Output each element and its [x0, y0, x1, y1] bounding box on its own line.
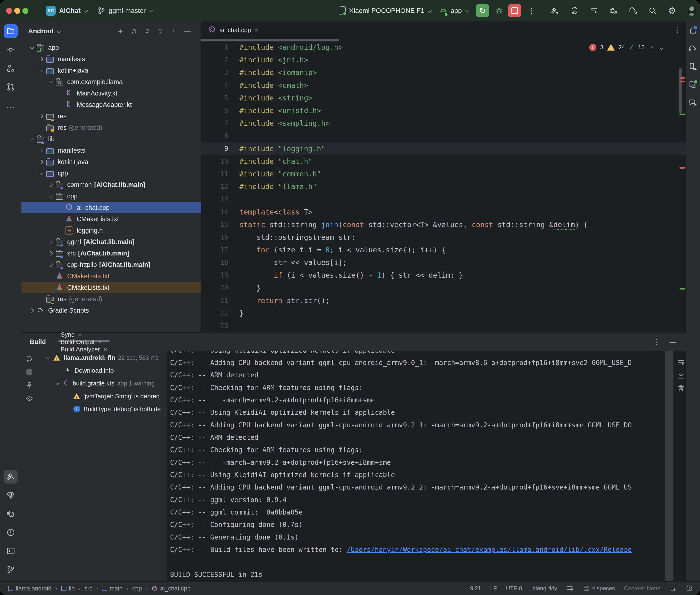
code-editor[interactable]: 1#include <android/log.h>2#include <jni.…: [201, 38, 686, 332]
breadcrumb-item-cpp[interactable]: cpp: [132, 585, 142, 592]
chevron-right-icon[interactable]: [47, 236, 55, 247]
tree-item-kotlin-java[interactable]: kotlin+java: [22, 65, 201, 76]
project-selector[interactable]: AiChat: [59, 0, 89, 22]
code-line-7[interactable]: 7#include <sampling.h>: [201, 117, 686, 130]
code-line-21[interactable]: 21 return str.str();: [201, 294, 686, 307]
prev-problem-button[interactable]: [648, 44, 654, 51]
zoom-window-button[interactable]: [22, 8, 28, 14]
file-encoding[interactable]: UTF-8: [506, 585, 522, 592]
sidebar-item-build[interactable]: [4, 470, 18, 484]
stripe-mark[interactable]: [679, 114, 685, 115]
indent-setting[interactable]: 4 spaces: [583, 585, 615, 592]
build-tree-item-buildtype-debug-is-both-d[interactable]: iBuildType 'debug' is both dе: [37, 403, 167, 416]
code-line-10[interactable]: 10#include "chat.h": [201, 155, 686, 168]
chevron-right-icon[interactable]: [47, 259, 55, 270]
build-options-button[interactable]: ⋮: [653, 338, 660, 346]
sidebar-item-project[interactable]: [4, 24, 18, 38]
sync-project-button[interactable]: A: [570, 6, 579, 15]
build-tree-item-build-gradle-kts[interactable]: build.gradle.ktsapp 1 warning: [37, 377, 167, 390]
chevron-right-icon[interactable]: [37, 157, 46, 167]
tree-item-lib[interactable]: lib: [22, 133, 201, 145]
code-line-17[interactable]: 17 for (size_t i = 0; i < values.size();…: [201, 244, 686, 256]
tree-item-res[interactable]: res(generated): [22, 122, 201, 133]
eye-icon[interactable]: [25, 395, 33, 403]
hide-panel-button[interactable]: —: [184, 28, 191, 35]
tab-sync[interactable]: Sync×: [61, 331, 107, 338]
chevron-down-icon[interactable]: [37, 168, 46, 179]
build-tree-item-llama-android-fin[interactable]: !llama.android: fin22 sec, 583 ms: [37, 351, 167, 364]
sidebar-item-quality-insights[interactable]: [4, 488, 18, 502]
stripe-mark[interactable]: [679, 167, 685, 169]
minimize-window-button[interactable]: [14, 8, 20, 14]
tree-item-res[interactable]: res(generated): [22, 293, 201, 305]
code-line-8[interactable]: 8: [201, 130, 686, 142]
code-line-22[interactable]: 22}: [201, 307, 686, 319]
search-button[interactable]: [648, 6, 657, 15]
code-line-3[interactable]: 3#include <iomanip>: [201, 66, 686, 79]
breadcrumb-item-lib[interactable]: lib: [61, 585, 75, 592]
build-variants-button[interactable]: [589, 6, 598, 15]
chevron-down-icon[interactable]: [47, 191, 55, 202]
tab-ai-chat-cpp[interactable]: C++ ai_chat.cpp ×: [201, 22, 265, 38]
clang-tidy-status[interactable]: .clang-tidy: [531, 585, 557, 592]
branch-selector[interactable]: ggml-master: [109, 0, 154, 22]
breadcrumb-item-main[interactable]: main: [102, 585, 122, 592]
tab-build-output[interactable]: Build Output×: [61, 338, 107, 346]
breadcrumb-item-ai-chat-cpp[interactable]: C++ai_chat.cpp: [151, 585, 191, 592]
chevron-right-icon[interactable]: [47, 248, 55, 259]
locate-file-button[interactable]: [130, 28, 137, 35]
close-window-button[interactable]: [6, 8, 12, 14]
chevron-right-icon[interactable]: [37, 145, 46, 156]
tree-item-com-example-llama[interactable]: com.example.llama: [22, 76, 201, 88]
tree-item-cpp[interactable]: cpp: [22, 191, 201, 202]
chevron-right-icon[interactable]: [37, 111, 46, 122]
sidebar-item-running-devices[interactable]: [687, 79, 699, 91]
gradle-sync-button[interactable]: [628, 6, 638, 15]
build-tree-item-download-info[interactable]: Download info: [37, 364, 167, 377]
code-line-11[interactable]: 11#include "common.h": [201, 168, 686, 180]
build-tree-item-jvmtarget-string-is-deprec[interactable]: !'jvmTarget: String' is deprec: [37, 390, 167, 403]
line-separator[interactable]: LF: [490, 585, 497, 592]
code-line-20[interactable]: 20 }: [201, 282, 686, 294]
profiler-button[interactable]: [609, 6, 618, 15]
breadcrumb-item-llama-android[interactable]: llama.android: [8, 585, 52, 592]
close-icon[interactable]: ×: [99, 339, 102, 345]
sidebar-item-notifications[interactable]: [687, 24, 699, 37]
sidebar-item-version-control[interactable]: [4, 563, 18, 576]
sidebar-item-structure[interactable]: [4, 61, 18, 75]
tree-item-cpp[interactable]: cpp: [22, 168, 201, 179]
hide-build-panel-button[interactable]: —: [670, 339, 676, 345]
run-config-selector[interactable]: app: [451, 0, 470, 22]
chevron-down-icon[interactable]: [56, 29, 62, 34]
inspections-widget[interactable]: !3 !24 ✓15: [589, 43, 665, 51]
add-button[interactable]: +: [117, 28, 124, 35]
tree-item-res[interactable]: res: [22, 111, 201, 122]
breadcrumb-item-src[interactable]: src: [84, 585, 92, 592]
formatter-icon[interactable]: [566, 585, 573, 592]
build-run-button[interactable]: [551, 6, 559, 15]
chevron-right-icon[interactable]: [47, 179, 55, 190]
settings-button[interactable]: ⚙: [668, 6, 677, 15]
code-line-19[interactable]: 19 if (i < values.size() - 1) { str << d…: [201, 269, 686, 281]
scroll-end-icon[interactable]: [677, 371, 685, 380]
tree-item-app[interactable]: app: [22, 42, 201, 53]
project-view-selector[interactable]: Android: [28, 27, 54, 35]
chevron-right-icon[interactable]: [28, 305, 36, 316]
tree-item-mainactivity-kt[interactable]: MainActivity.kt: [22, 88, 201, 99]
sidebar-item-terminal[interactable]: [4, 544, 18, 558]
stop-build-button[interactable]: [25, 368, 33, 376]
chevron-down-icon[interactable]: [44, 352, 53, 363]
refresh-icon[interactable]: [25, 355, 33, 363]
code-line-14[interactable]: 14template<class T>: [201, 205, 686, 218]
sidebar-item-gemini[interactable]: ✦: [687, 97, 699, 109]
sidebar-item-gradle[interactable]: [687, 42, 699, 55]
chevron-down-icon[interactable]: [28, 42, 36, 53]
lock-icon[interactable]: [670, 585, 677, 592]
rerun-button[interactable]: ↻: [476, 4, 489, 18]
chevron-down-icon[interactable]: [53, 378, 62, 389]
tree-item-ggml[interactable]: ggml[AiChat.lib.main]: [22, 236, 201, 248]
tree-item-kotlin-java[interactable]: kotlin+java: [22, 156, 201, 168]
stop-button[interactable]: [508, 4, 521, 18]
pin-icon[interactable]: [25, 381, 33, 389]
run-more-button[interactable]: ⋮: [528, 0, 535, 22]
